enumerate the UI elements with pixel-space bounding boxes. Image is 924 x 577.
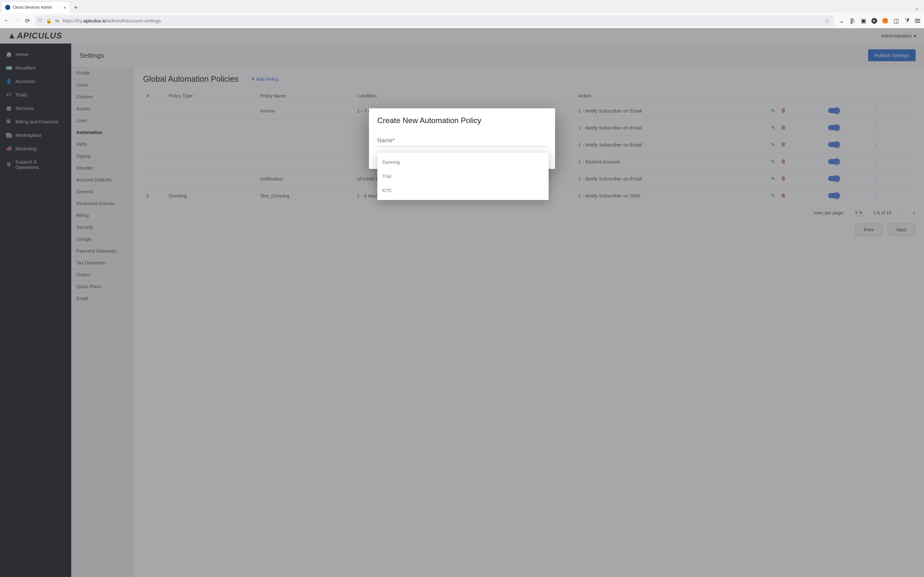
dropdown-option-trial[interactable]: Trial <box>377 169 549 183</box>
back-icon[interactable]: ← <box>4 18 10 24</box>
browser-nav-bar: ← → ⟳ 🛡 🔒 ⇆ https://try.apiculus.io/admi… <box>0 13 924 28</box>
extensions-icon[interactable]: ⧩ <box>904 18 910 24</box>
shield-icon[interactable]: 🛡 <box>38 18 43 24</box>
new-tab-button[interactable]: + <box>71 3 80 12</box>
browser-tab-bar: Cloud Services Admin × + ⌄ <box>0 0 924 13</box>
modal-overlay[interactable]: Create New Automation Policy Choose Poli… <box>0 28 924 577</box>
library-icon[interactable]: ǁ\ <box>850 18 855 24</box>
policy-name-input[interactable] <box>377 135 547 147</box>
browser-tab[interactable]: Cloud Services Admin × <box>2 2 69 13</box>
url-text: https://try.apiculus.io/admin/#/account-… <box>63 18 821 23</box>
dropdown-option-dunning[interactable]: Dunning <box>377 155 549 169</box>
account-avatar[interactable]: K <box>871 18 877 24</box>
modal-title: Create New Automation Policy <box>377 116 547 125</box>
tab-title: Cloud Services Admin <box>13 5 52 10</box>
bookmark-star-icon[interactable]: ☆ <box>825 17 830 24</box>
reload-icon[interactable]: ⟳ <box>24 18 30 24</box>
crop-icon[interactable]: ◫ <box>893 18 899 24</box>
lock-icon[interactable]: 🔒 <box>46 18 52 24</box>
address-bar[interactable]: 🛡 🔒 ⇆ https://try.apiculus.io/admin/#/ac… <box>35 15 834 26</box>
policy-type-dropdown: Dunning Trial KYC <box>377 153 549 200</box>
dropdown-option-kyc[interactable]: KYC <box>377 183 549 197</box>
metamask-icon[interactable] <box>882 18 888 24</box>
create-policy-modal: Create New Automation Policy Choose Poli… <box>369 108 555 169</box>
forward-icon[interactable]: → <box>14 18 20 24</box>
permissions-icon[interactable]: ⇆ <box>55 18 59 24</box>
sidebar-icon[interactable]: ▣ <box>861 18 866 24</box>
menu-icon[interactable] <box>915 19 920 23</box>
close-icon[interactable]: × <box>63 5 66 10</box>
pocket-icon[interactable]: ⌄ <box>838 18 845 24</box>
tab-list-chevron-icon[interactable]: ⌄ <box>915 5 919 11</box>
tab-favicon <box>5 5 10 10</box>
